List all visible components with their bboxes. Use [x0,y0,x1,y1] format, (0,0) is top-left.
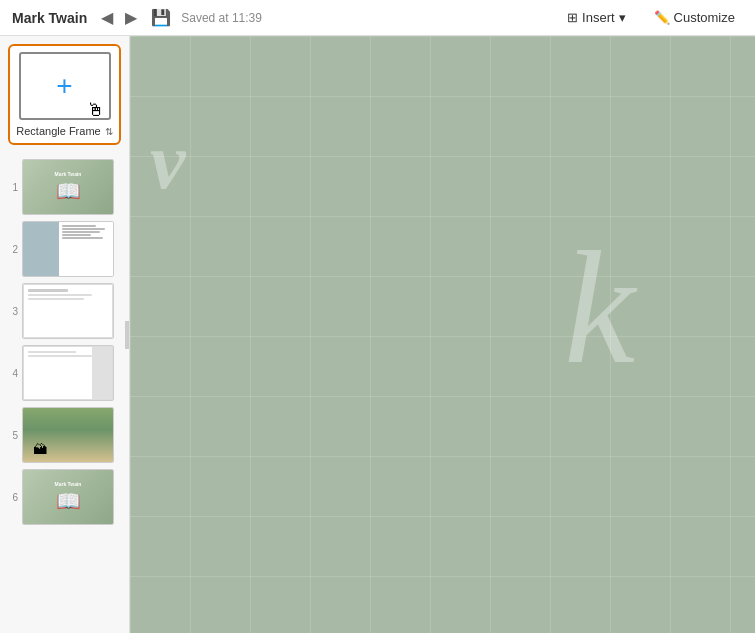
thumb1-bg: Mark Twain 📖 [23,160,113,214]
watermark-k: k [564,216,635,401]
watermark-v: v [150,116,186,207]
slide-item[interactable]: 2 [6,221,123,277]
thumb6-book-icon: 📖 [56,489,81,513]
thumb1-book-icon: 📖 [56,179,81,203]
slide-item[interactable]: 6 Mark Twain 📖 [6,469,123,525]
thumb6-bg: Mark Twain 📖 [23,470,113,524]
slide-item[interactable]: 1 Mark Twain 📖 [6,159,123,215]
slide-thumbnail: 🏔 [22,407,114,463]
back-button[interactable]: ◀ [97,6,117,29]
insert-icon: ⊞ [567,10,578,25]
thumb6-text: Mark Twain [55,481,82,487]
canvas-area: v k [130,36,755,633]
insert-label: Insert [582,10,615,25]
saved-status: Saved at 11:39 [181,11,549,25]
thumb2-text [59,222,113,276]
slide-thumbnail [22,283,114,339]
slide-number: 4 [6,368,18,379]
thumb5-bg: 🏔 [23,408,113,462]
thumb2-photo [23,222,59,276]
nav-buttons: ◀ ▶ [97,6,141,29]
slide-thumbnail [22,221,114,277]
thumb5-mountain-icon: 🏔 [33,441,47,457]
insert-button[interactable]: ⊞ Insert ▾ [559,6,634,29]
thumb4-deco [92,347,112,399]
forward-button[interactable]: ▶ [121,6,141,29]
slide-number: 2 [6,244,18,255]
slide-thumbnail: Mark Twain 📖 [22,159,114,215]
customize-label: Customize [674,10,735,25]
slide-thumbnail: Mark Twain 📖 [22,469,114,525]
frame-picker[interactable]: + Rectangle Frame ⇅ 🖱 [8,44,121,145]
thumb6-content: Mark Twain 📖 [23,470,113,524]
customize-button[interactable]: ✏️ Customize [646,6,743,29]
insert-chevron-icon: ▾ [619,10,626,25]
frame-plus-icon: + [56,72,72,100]
slide-number: 1 [6,182,18,193]
frame-picker-inner: + [19,52,111,120]
thumb1-text: Mark Twain [55,171,82,177]
main-layout: + Rectangle Frame ⇅ 🖱 1 Mark Twain 📖 [0,36,755,633]
slide-number: 5 [6,430,18,441]
frame-label: Rectangle Frame ⇅ [16,125,113,137]
topbar-right: ⊞ Insert ▾ ✏️ Customize [559,6,743,29]
frame-label-text: Rectangle Frame [16,125,100,137]
slide-list: 1 Mark Twain 📖 2 [0,153,129,535]
slide-item[interactable]: 3 [6,283,123,339]
slide-number: 6 [6,492,18,503]
sidebar: + Rectangle Frame ⇅ 🖱 1 Mark Twain 📖 [0,36,130,633]
thumb4-bg [23,346,113,400]
slide-thumbnail [22,345,114,401]
slide-item[interactable]: 4 [6,345,123,401]
slide-number: 3 [6,306,18,317]
thumb1-content: Mark Twain 📖 [23,160,113,214]
slide-item[interactable]: 5 🏔 [6,407,123,463]
customize-pen-icon: ✏️ [654,10,670,25]
thumb2-bg [23,222,113,276]
save-icon: 💾 [151,8,171,27]
document-title: Mark Twain [12,10,87,26]
frame-arrows-icon: ⇅ [105,126,113,137]
thumb3-bg [23,284,113,338]
topbar: Mark Twain ◀ ▶ 💾 Saved at 11:39 ⊞ Insert… [0,0,755,36]
